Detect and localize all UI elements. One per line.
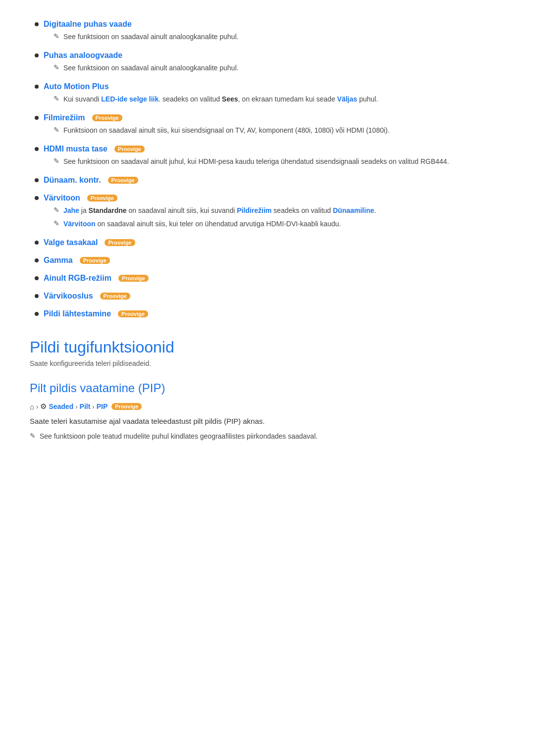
bullet-dot — [35, 241, 39, 245]
bullet-title-ainult-rgb-režiim: Ainult RGB-režiim — [44, 274, 111, 283]
proovige-badge-hdmi-musta-tase: Proovige — [114, 146, 145, 152]
bullet-title-värvikooslus: Värvikooslus — [44, 292, 93, 301]
note-text-hdmi-musta-tase-0: See funktsioon on saadaval ainult juhul,… — [63, 156, 449, 167]
main-list: Digitaalne puhas vaade✎See funktsioon on… — [30, 20, 505, 318]
section-subtitle: Saate konfigureerida teleri pildiseadeid… — [30, 359, 505, 367]
list-item-puhas-analoogvaade: Puhas analoogvaade✎See funktsioon on saa… — [30, 51, 505, 73]
proovige-badge-dünaam-kontr: Proovige — [108, 177, 138, 184]
bullet-row-dünaam-kontr: Dünaam. kontr.Proovige — [30, 176, 505, 185]
note-text-puhas-analoogvaade-0: See funktsioon on saadaval ainult analoo… — [63, 63, 238, 73]
bullet-dot — [35, 53, 39, 57]
bullet-title-puhas-analoogvaade: Puhas analoogvaade — [44, 51, 122, 60]
pip-intro-text: Saate teleri kasutamise ajal vaadata tel… — [30, 417, 505, 425]
pencil-icon: ✎ — [54, 206, 59, 214]
list-item-valge-tasakaal: Valge tasakaalProovige — [30, 238, 505, 247]
pencil-icon: ✎ — [54, 219, 59, 227]
section-pildi-tugifunktsioonid: Pildi tugifunktsioonid Saate konfigureer… — [30, 338, 505, 442]
bullet-row-valge-tasakaal: Valge tasakaalProovige — [30, 238, 505, 247]
chevron-icon-1: › — [36, 403, 38, 410]
bullet-title-valge-tasakaal: Valge tasakaal — [44, 238, 98, 247]
bullet-dot — [35, 312, 39, 316]
pip-proovige-badge: Proovige — [111, 403, 142, 410]
list-item-filmirežiim: FilmirežiimProovige✎Funktsioon on saadav… — [30, 113, 505, 136]
bullet-title-hdmi-musta-tase: HDMI musta tase — [44, 145, 107, 153]
chevron-icon-2: › — [75, 403, 77, 410]
note-row-digitaalne-puhas-vaade-0: ✎See funktsioon on saadaval ainult analo… — [54, 32, 505, 42]
note-row-puhas-analoogvaade-0: ✎See funktsioon on saadaval ainult analo… — [54, 63, 505, 73]
bullet-dot — [35, 258, 39, 262]
bullet-dot — [35, 85, 39, 89]
pencil-icon: ✎ — [30, 432, 36, 440]
bullet-row-hdmi-musta-tase: HDMI musta taseProovige — [30, 145, 505, 153]
note-text-värvitooon-1: Värvitoon on saadaval ainult siis, kui t… — [63, 219, 341, 229]
bullet-title-pildi-lähtestamine: Pildi lähtestamine — [44, 309, 111, 318]
note-row-filmirežiim-0: ✎Funktsioon on saadaval ainult siis, kui… — [54, 125, 505, 136]
list-item-värvitooon: VärvitoonProovige✎Jahe ja Standardne on … — [30, 194, 505, 229]
bullet-dot — [35, 178, 39, 182]
breadcrumb-pip[interactable]: PIP — [97, 403, 108, 410]
bullet-title-filmirežiim: Filmirežiim — [44, 113, 85, 122]
proovige-badge-pildi-lähtestamine: Proovige — [118, 310, 148, 317]
gear-icon: ⚙ — [40, 402, 47, 411]
bullet-dot — [35, 294, 39, 298]
bullet-row-filmirežiim: FilmirežiimProovige — [30, 113, 505, 122]
list-item-dünaam-kontr: Dünaam. kontr.Proovige — [30, 176, 505, 185]
bullet-row-värvitooon: VärvitoonProovige — [30, 194, 505, 202]
pencil-icon: ✎ — [54, 157, 59, 165]
bullet-dot — [35, 116, 39, 120]
note-row-värvitooon-0: ✎Jahe ja Standardne on saadaval ainult s… — [54, 205, 505, 216]
list-item-pildi-lähtestamine: Pildi lähtestamineProovige — [30, 309, 505, 318]
note-row-auto-motion-plus-0: ✎Kui suvandi LED-ide selge liik. seadeks… — [54, 94, 505, 104]
proovige-badge-gamma: Proovige — [80, 257, 110, 264]
bullet-row-puhas-analoogvaade: Puhas analoogvaade — [30, 51, 505, 60]
list-item-digitaalne-puhas-vaade: Digitaalne puhas vaade✎See funktsioon on… — [30, 20, 505, 42]
chevron-icon-3: › — [92, 403, 94, 410]
proovige-badge-värvitooon: Proovige — [87, 195, 117, 202]
bullet-title-auto-motion-plus: Auto Motion Plus — [44, 82, 109, 91]
bullet-row-ainult-rgb-režiim: Ainult RGB-režiimProovige — [30, 274, 505, 283]
bullet-row-pildi-lähtestamine: Pildi lähtestamineProovige — [30, 309, 505, 318]
subsection-title: Pilt pildis vaatamine (PIP) — [30, 381, 505, 395]
note-text-värvitooon-0: Jahe ja Standardne on saadaval ainult si… — [63, 205, 376, 216]
bullet-row-värvikooslus: VärvikooslusProovige — [30, 292, 505, 301]
note-row-värvitooon-1: ✎Värvitoon on saadaval ainult siis, kui … — [54, 219, 505, 229]
pencil-icon: ✎ — [54, 126, 59, 134]
section-title: Pildi tugifunktsioonid — [30, 338, 505, 356]
bullet-row-digitaalne-puhas-vaade: Digitaalne puhas vaade — [30, 20, 505, 29]
pip-note: ✎ See funktsioon pole teatud mudelite pu… — [30, 431, 505, 442]
list-item-hdmi-musta-tase: HDMI musta taseProovige✎See funktsioon o… — [30, 145, 505, 167]
bullet-dot — [35, 276, 39, 280]
bullet-title-värvitooon: Värvitoon — [44, 194, 80, 202]
proovige-badge-ainult-rgb-režiim: Proovige — [118, 275, 149, 282]
bullet-title-digitaalne-puhas-vaade: Digitaalne puhas vaade — [44, 20, 132, 29]
note-text-filmirežiim-0: Funktsioon on saadaval ainult siis, kui … — [63, 125, 389, 136]
pencil-icon: ✎ — [54, 32, 59, 40]
breadcrumb: ⌂ › ⚙ Seaded › Pilt › PIP Proovige — [30, 402, 505, 411]
bullet-row-gamma: GammaProovige — [30, 256, 505, 265]
breadcrumb-seaded[interactable]: Seaded — [49, 403, 73, 410]
note-text-auto-motion-plus-0: Kui suvandi LED-ide selge liik. seadeks … — [63, 94, 378, 104]
bullet-dot — [35, 22, 39, 26]
home-icon: ⌂ — [30, 403, 34, 411]
breadcrumb-pilt[interactable]: Pilt — [80, 403, 91, 410]
note-row-hdmi-musta-tase-0: ✎See funktsioon on saadaval ainult juhul… — [54, 156, 505, 167]
pencil-icon: ✎ — [54, 95, 59, 102]
list-item-ainult-rgb-režiim: Ainult RGB-režiimProovige — [30, 274, 505, 283]
bullet-row-auto-motion-plus: Auto Motion Plus — [30, 82, 505, 91]
proovige-badge-värvikooslus: Proovige — [100, 293, 130, 300]
bullet-dot — [35, 196, 39, 200]
note-text-digitaalne-puhas-vaade-0: See funktsioon on saadaval ainult analoo… — [63, 32, 238, 42]
list-item-värvikooslus: VärvikooslusProovige — [30, 292, 505, 301]
pip-note-text: See funktsioon pole teatud mudelite puhu… — [40, 431, 318, 442]
proovige-badge-valge-tasakaal: Proovige — [105, 239, 135, 246]
list-item-auto-motion-plus: Auto Motion Plus✎Kui suvandi LED-ide sel… — [30, 82, 505, 104]
bullet-title-dünaam-kontr: Dünaam. kontr. — [44, 176, 101, 185]
proovige-badge-filmirežiim: Proovige — [92, 114, 122, 121]
bullet-title-gamma: Gamma — [44, 256, 73, 265]
bullet-dot — [35, 147, 39, 151]
list-item-gamma: GammaProovige — [30, 256, 505, 265]
pencil-icon: ✎ — [54, 63, 59, 71]
